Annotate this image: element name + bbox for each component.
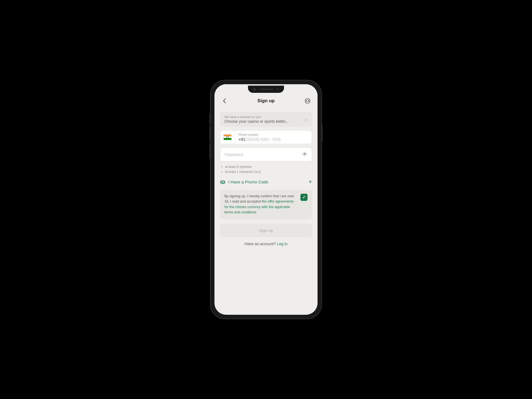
svg-line-3	[308, 101, 310, 102]
login-text: Have an account?	[245, 242, 276, 246]
svg-line-2	[305, 100, 306, 101]
promo-code-row[interactable]: 🎟 I Have a Promo Code +	[220, 177, 312, 186]
promo-banner-text: We have a surprise for you Choose your c…	[224, 115, 289, 124]
support-button[interactable]	[303, 96, 312, 105]
phone-label: Phone number	[238, 133, 308, 136]
terms-text: By signing up, I hereby confirm that I a…	[224, 194, 297, 215]
hint-item: at least 6 symbols	[221, 165, 311, 169]
back-button[interactable]	[220, 96, 229, 105]
promo-code-expand-button[interactable]: +	[308, 178, 312, 185]
phone-input-container: Phone number +91(XXXX) XXX - XXX	[220, 130, 312, 144]
terms-checkbox[interactable]: ✓	[300, 194, 308, 201]
country-code: +91	[238, 137, 245, 142]
svg-line-5	[308, 100, 310, 101]
login-row: Have an account? Log in	[220, 242, 312, 246]
promo-code-left: 🎟 I Have a Promo Code	[220, 179, 268, 185]
hint-item-2: at least 1 character (a-z)	[221, 170, 311, 174]
phone-placeholder: (XXXX) XXX - XXX	[245, 137, 281, 142]
eye-icon[interactable]: 👁	[302, 152, 307, 157]
promo-code-label: I Have a Promo Code	[228, 180, 268, 184]
promo-banner[interactable]: We have a surprise for you Choose your c…	[220, 112, 312, 127]
camera-icon	[253, 88, 256, 91]
hint-text-2: at least 1 character (a-z)	[225, 170, 261, 174]
hint-text-1: at least 6 symbols	[225, 165, 252, 169]
sensor-dot	[277, 88, 279, 90]
phone-value: +91(XXXX) XXX - XXX	[238, 137, 308, 142]
terms-section: By signing up, I hereby confirm that I a…	[220, 190, 312, 219]
country-selector[interactable]	[220, 131, 235, 144]
page-title: Sign up	[257, 98, 275, 104]
hint-dot-2	[221, 171, 223, 173]
notch-area	[214, 84, 318, 94]
promo-arrow-icon: ◇	[304, 117, 308, 122]
password-container[interactable]: Password 👁	[220, 147, 312, 162]
phone-field[interactable]: Phone number +91(XXXX) XXX - XXX	[235, 131, 312, 144]
checkmark-icon: ✓	[302, 195, 306, 200]
phone-frame: Sign up We have a surprise for you Choos…	[211, 80, 321, 319]
header: Sign up	[214, 94, 318, 109]
hint-dot-1	[221, 166, 223, 168]
login-link[interactable]: Log in	[277, 242, 287, 246]
content-area: We have a surprise for you Choose your c…	[214, 109, 318, 315]
ticket-icon: 🎟	[220, 179, 226, 185]
promo-title: Choose your casino or sports bettin...	[224, 119, 289, 124]
signup-button[interactable]: Sign up	[220, 224, 312, 237]
svg-point-1	[306, 100, 309, 102]
flag-green	[224, 138, 231, 140]
promo-hint: We have a surprise for you	[224, 115, 289, 119]
password-input[interactable]: Password	[225, 152, 302, 157]
svg-point-0	[305, 98, 310, 103]
phone-screen: Sign up We have a surprise for you Choos…	[214, 84, 318, 315]
flag-white	[224, 136, 231, 138]
india-flag	[224, 134, 231, 140]
notch	[248, 86, 284, 93]
speaker	[259, 89, 273, 90]
password-hints: at least 6 symbols at least 1 character …	[220, 165, 312, 174]
